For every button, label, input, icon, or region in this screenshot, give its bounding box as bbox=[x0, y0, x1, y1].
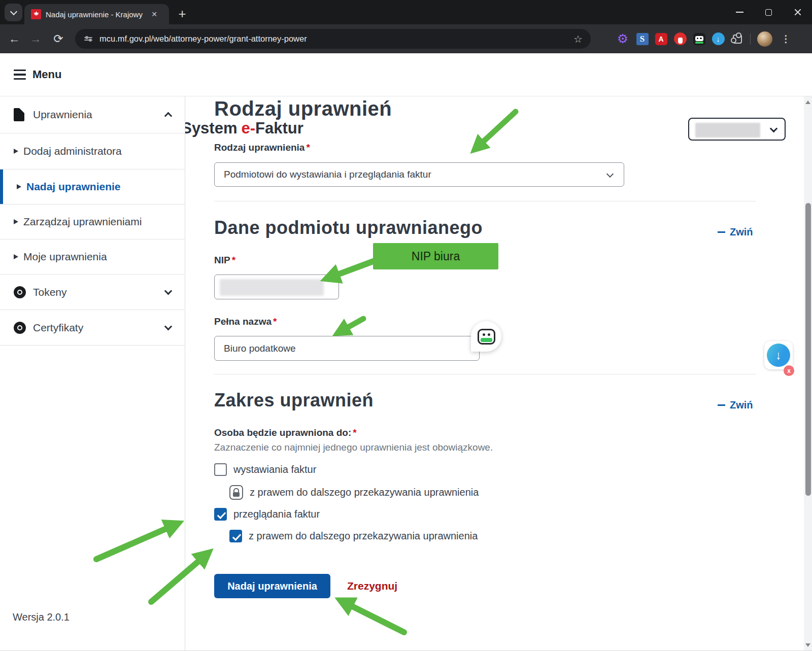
sidebar-item-certyfikaty[interactable]: Certyfikaty bbox=[0, 310, 185, 346]
back-button[interactable]: ← bbox=[4, 24, 24, 53]
active-indicator bbox=[0, 169, 3, 204]
forward-button[interactable]: → bbox=[25, 24, 46, 53]
label-text: Pełna nazwa bbox=[214, 316, 272, 327]
browser-window: Nadaj uprawnienie - Krajowy Sy ✕ + ← → ⟳… bbox=[0, 0, 812, 651]
browser-toolbar: ← → ⟳ mcu.mf.gov.pl/web/attorney-power/g… bbox=[0, 24, 812, 53]
fullname-input[interactable] bbox=[214, 336, 480, 361]
required-asterisk: * bbox=[232, 255, 235, 265]
profile-avatar[interactable] bbox=[757, 31, 772, 47]
sidebar-item-uprawnienia[interactable]: Uprawnienia bbox=[0, 96, 185, 133]
chevron-down-icon bbox=[164, 287, 173, 295]
annotation-arrow bbox=[475, 112, 516, 149]
site-settings-icon[interactable] bbox=[84, 36, 92, 42]
robot-mouth-icon bbox=[695, 42, 703, 44]
triangle-bullet-icon bbox=[17, 184, 21, 189]
scroll-up-icon[interactable] bbox=[805, 100, 810, 104]
page-scrollbar[interactable] bbox=[804, 96, 812, 651]
app-version: Wersja 2.0.1 bbox=[13, 611, 70, 623]
checkbox-label[interactable]: z prawem do dalszego przekazywania upraw… bbox=[249, 530, 478, 542]
bookmark-star-icon[interactable]: ☆ bbox=[573, 33, 583, 45]
section-title-zakres: Zakres uprawnień bbox=[214, 390, 374, 411]
close-button[interactable] bbox=[783, 0, 812, 24]
nip-input[interactable] bbox=[214, 275, 339, 299]
document-icon bbox=[14, 108, 24, 121]
triangle-bullet-icon bbox=[14, 219, 18, 224]
minus-icon bbox=[718, 404, 725, 406]
menu-button[interactable]: Menu bbox=[14, 68, 61, 81]
cancel-link[interactable]: Zrezygnuj bbox=[347, 580, 397, 592]
window-controls bbox=[725, 0, 812, 24]
close-icon bbox=[794, 8, 802, 16]
sidebar-item-label: Tokeny bbox=[33, 286, 67, 298]
sidebar-nav: Uprawnienia Dodaj administratora Nadaj u… bbox=[0, 96, 185, 651]
annotation-arrow bbox=[341, 601, 404, 632]
checkbox-unchecked[interactable] bbox=[214, 463, 227, 476]
checkbox-label[interactable]: wystawiania faktur bbox=[233, 464, 316, 475]
checkbox-checked[interactable] bbox=[214, 508, 227, 521]
download-helper-widget[interactable]: ↓ x bbox=[764, 341, 793, 369]
robot-icon bbox=[478, 329, 495, 345]
minus-icon bbox=[718, 231, 725, 233]
collapse-dane-link[interactable]: Zwiń bbox=[718, 226, 753, 238]
section-title-rodzaj: Rodzaj uprawnień bbox=[214, 97, 392, 120]
reload-button[interactable]: ⟳ bbox=[48, 24, 69, 53]
browser-tab[interactable]: Nadaj uprawnienie - Krajowy Sy ✕ bbox=[24, 4, 169, 24]
maximize-icon bbox=[765, 9, 772, 16]
tab-close-icon[interactable]: ✕ bbox=[149, 9, 160, 20]
required-asterisk: * bbox=[273, 316, 277, 327]
browser-menu-icon[interactable]: ⋮ bbox=[779, 32, 793, 46]
collapse-label: Zwiń bbox=[730, 399, 753, 411]
chevron-down-icon bbox=[10, 8, 17, 15]
scroll-down-icon[interactable] bbox=[805, 643, 810, 647]
languagetool-bubble[interactable] bbox=[471, 321, 501, 352]
download-icon[interactable]: ↓ bbox=[767, 344, 790, 367]
sidebar-item-tokeny[interactable]: Tokeny bbox=[0, 275, 185, 310]
checkbox-checked[interactable] bbox=[229, 530, 242, 542]
sidebar-item-label: Certyfikaty bbox=[33, 322, 83, 334]
section-divider bbox=[214, 374, 756, 374]
acrobat-extension-icon[interactable]: A bbox=[655, 33, 667, 45]
annotation-arrow bbox=[338, 319, 363, 333]
new-tab-button[interactable]: + bbox=[174, 5, 191, 22]
scope-hint: Zaznaczenie co najmniej jednego uprawnie… bbox=[214, 442, 493, 453]
context-switcher-dropdown[interactable] bbox=[688, 118, 786, 141]
widget-close-icon[interactable]: x bbox=[784, 365, 794, 376]
downloader-extension-icon[interactable]: ↓ bbox=[712, 32, 725, 45]
checkbox-row-locked: z prawem do dalszego przekazywania upraw… bbox=[229, 485, 479, 500]
triangle-bullet-icon bbox=[14, 149, 18, 154]
collapse-zakres-link[interactable]: Zwiń bbox=[718, 399, 753, 411]
label-text: Osoba będzie uprawniona do: bbox=[214, 427, 351, 438]
site-favicon bbox=[31, 9, 41, 19]
sidebar-item-dodaj-administratora[interactable]: Dodaj administratora bbox=[0, 133, 185, 169]
rodzaj-uprawnienia-select[interactable]: Podmiotowi do wystawiania i przeglądania… bbox=[214, 162, 624, 187]
nip-field-label: NIP* bbox=[214, 255, 235, 266]
checkbox-label[interactable]: przeglądania faktur bbox=[233, 508, 320, 520]
triangle-bullet-icon bbox=[14, 254, 18, 259]
sidebar-item-label: Dodaj administratora bbox=[23, 145, 122, 157]
checkbox-label: z prawem do dalszego przekazywania upraw… bbox=[250, 487, 479, 498]
gear-extension-icon[interactable]: ⚙ bbox=[616, 32, 630, 46]
extensions-row: ⚙ S A ↓ ⋮ bbox=[616, 24, 793, 53]
certificate-ring-icon bbox=[14, 322, 26, 334]
url-text[interactable]: mcu.mf.gov.pl/web/attorney-power/grant-a… bbox=[99, 34, 573, 44]
sidebar-item-label: Moje uprawnienia bbox=[23, 251, 107, 263]
adblock-extension-icon[interactable] bbox=[674, 32, 687, 45]
sidebar-item-nadaj-uprawnienie[interactable]: Nadaj uprawnienie bbox=[0, 169, 185, 204]
maximize-button[interactable] bbox=[754, 0, 783, 24]
hand-icon bbox=[678, 38, 683, 44]
tab-search-button[interactable] bbox=[5, 4, 22, 21]
sidebar-item-zarzadzaj-uprawnieniami[interactable]: Zarządzaj uprawnieniami bbox=[0, 204, 185, 239]
scrollbar-thumb[interactable] bbox=[805, 203, 811, 496]
chevron-up-icon bbox=[164, 112, 173, 120]
sidebar-item-moje-uprawnienia[interactable]: Moje uprawnienia bbox=[0, 239, 185, 275]
redacted-org-name bbox=[695, 123, 760, 138]
minimize-button[interactable] bbox=[725, 0, 754, 24]
address-bar[interactable]: mcu.mf.gov.pl/web/attorney-power/grant-a… bbox=[75, 29, 591, 49]
chevron-down-icon bbox=[164, 323, 173, 331]
toolbar-divider bbox=[750, 33, 751, 45]
extensions-puzzle-icon[interactable] bbox=[733, 35, 742, 44]
scribd-extension-icon[interactable]: S bbox=[636, 33, 649, 45]
submit-button[interactable]: Nadaj uprawnienia bbox=[214, 574, 330, 598]
checkbox-row-przekazywanie: z prawem do dalszego przekazywania upraw… bbox=[229, 530, 478, 542]
languagetool-extension-icon[interactable] bbox=[693, 33, 705, 45]
